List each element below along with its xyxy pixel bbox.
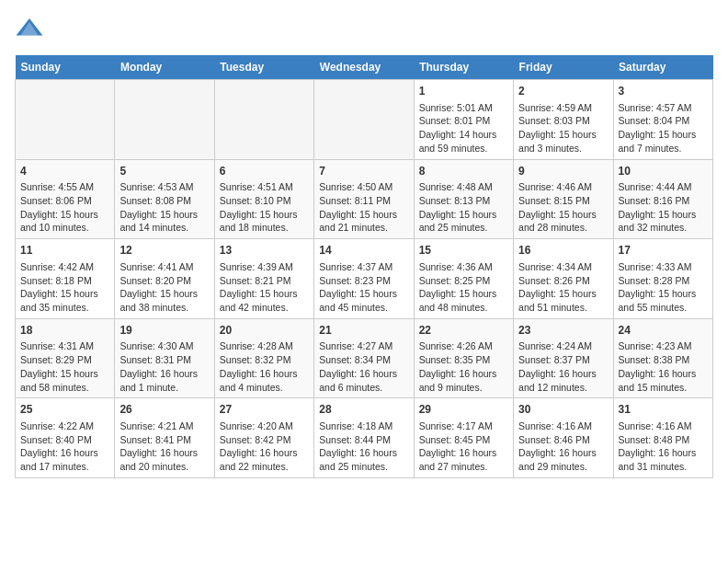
day-number: 1 bbox=[419, 84, 508, 99]
day-number: 23 bbox=[518, 323, 608, 339]
calendar-cell: 11Sunrise: 4:42 AM Sunset: 8:18 PM Dayli… bbox=[16, 239, 115, 319]
day-info: Sunrise: 4:18 AM Sunset: 8:44 PM Dayligh… bbox=[319, 419, 408, 474]
day-info: Sunrise: 4:46 AM Sunset: 8:15 PM Dayligh… bbox=[518, 180, 608, 235]
logo-icon bbox=[15, 15, 44, 44]
day-info: Sunrise: 4:21 AM Sunset: 8:41 PM Dayligh… bbox=[119, 419, 209, 474]
day-info: Sunrise: 4:36 AM Sunset: 8:25 PM Dayligh… bbox=[419, 260, 508, 315]
calendar-cell: 14Sunrise: 4:37 AM Sunset: 8:23 PM Dayli… bbox=[314, 239, 414, 319]
calendar-cell: 24Sunrise: 4:23 AM Sunset: 8:38 PM Dayli… bbox=[613, 318, 712, 398]
calendar-header-row: SundayMondayTuesdayWednesdayThursdayFrid… bbox=[16, 55, 713, 80]
day-info: Sunrise: 4:50 AM Sunset: 8:11 PM Dayligh… bbox=[319, 180, 408, 235]
day-number: 12 bbox=[119, 243, 209, 259]
day-number: 24 bbox=[619, 323, 708, 339]
day-number: 10 bbox=[619, 164, 708, 179]
calendar-cell: 7Sunrise: 4:50 AM Sunset: 8:11 PM Daylig… bbox=[314, 159, 414, 239]
day-info: Sunrise: 4:39 AM Sunset: 8:21 PM Dayligh… bbox=[220, 260, 309, 315]
calendar-cell: 16Sunrise: 4:34 AM Sunset: 8:26 PM Dayli… bbox=[514, 239, 613, 319]
logo bbox=[15, 15, 48, 44]
day-number: 18 bbox=[20, 323, 109, 339]
day-info: Sunrise: 4:30 AM Sunset: 8:31 PM Dayligh… bbox=[119, 339, 209, 394]
day-of-week-header: Friday bbox=[514, 55, 613, 80]
calendar-cell: 28Sunrise: 4:18 AM Sunset: 8:44 PM Dayli… bbox=[314, 398, 414, 478]
calendar-cell bbox=[16, 80, 115, 160]
calendar-week-row: 11Sunrise: 4:42 AM Sunset: 8:18 PM Dayli… bbox=[16, 239, 713, 319]
day-of-week-header: Monday bbox=[115, 55, 214, 80]
day-info: Sunrise: 4:31 AM Sunset: 8:29 PM Dayligh… bbox=[20, 339, 109, 394]
calendar-table: SundayMondayTuesdayWednesdayThursdayFrid… bbox=[15, 55, 713, 478]
day-number: 2 bbox=[518, 84, 608, 99]
calendar-cell: 18Sunrise: 4:31 AM Sunset: 8:29 PM Dayli… bbox=[16, 318, 115, 398]
calendar-cell: 15Sunrise: 4:36 AM Sunset: 8:25 PM Dayli… bbox=[414, 239, 513, 319]
calendar-week-row: 25Sunrise: 4:22 AM Sunset: 8:40 PM Dayli… bbox=[16, 398, 713, 478]
day-number: 13 bbox=[220, 243, 309, 259]
calendar-cell: 25Sunrise: 4:22 AM Sunset: 8:40 PM Dayli… bbox=[16, 398, 115, 478]
calendar-cell: 2Sunrise: 4:59 AM Sunset: 8:03 PM Daylig… bbox=[514, 80, 613, 160]
day-number: 20 bbox=[220, 323, 309, 339]
day-number: 4 bbox=[20, 164, 109, 179]
calendar-cell: 1Sunrise: 5:01 AM Sunset: 8:01 PM Daylig… bbox=[414, 80, 513, 160]
day-info: Sunrise: 4:51 AM Sunset: 8:10 PM Dayligh… bbox=[220, 180, 309, 235]
day-info: Sunrise: 4:17 AM Sunset: 8:45 PM Dayligh… bbox=[419, 419, 508, 474]
calendar-cell: 23Sunrise: 4:24 AM Sunset: 8:37 PM Dayli… bbox=[514, 318, 613, 398]
page-header bbox=[15, 15, 713, 44]
day-number: 14 bbox=[319, 243, 408, 259]
day-number: 31 bbox=[619, 402, 708, 418]
day-number: 30 bbox=[518, 402, 608, 418]
day-info: Sunrise: 5:01 AM Sunset: 8:01 PM Dayligh… bbox=[419, 101, 508, 155]
calendar-cell: 20Sunrise: 4:28 AM Sunset: 8:32 PM Dayli… bbox=[214, 318, 313, 398]
day-number: 15 bbox=[419, 243, 508, 259]
day-number: 26 bbox=[119, 402, 209, 418]
calendar-week-row: 18Sunrise: 4:31 AM Sunset: 8:29 PM Dayli… bbox=[16, 318, 713, 398]
calendar-cell: 22Sunrise: 4:26 AM Sunset: 8:35 PM Dayli… bbox=[414, 318, 513, 398]
day-number: 17 bbox=[619, 243, 708, 259]
day-info: Sunrise: 4:53 AM Sunset: 8:08 PM Dayligh… bbox=[119, 180, 209, 235]
day-number: 25 bbox=[20, 402, 109, 418]
day-number: 5 bbox=[119, 164, 209, 179]
day-number: 19 bbox=[119, 323, 209, 339]
day-of-week-header: Sunday bbox=[16, 55, 115, 80]
day-of-week-header: Thursday bbox=[414, 55, 513, 80]
day-of-week-header: Tuesday bbox=[214, 55, 313, 80]
day-info: Sunrise: 4:33 AM Sunset: 8:28 PM Dayligh… bbox=[619, 260, 708, 315]
day-info: Sunrise: 4:34 AM Sunset: 8:26 PM Dayligh… bbox=[518, 260, 608, 315]
day-info: Sunrise: 4:16 AM Sunset: 8:48 PM Dayligh… bbox=[619, 419, 708, 474]
day-info: Sunrise: 4:44 AM Sunset: 8:16 PM Dayligh… bbox=[619, 180, 708, 235]
day-number: 6 bbox=[220, 164, 309, 179]
day-number: 3 bbox=[619, 84, 708, 99]
day-info: Sunrise: 4:23 AM Sunset: 8:38 PM Dayligh… bbox=[619, 339, 708, 394]
calendar-cell: 30Sunrise: 4:16 AM Sunset: 8:46 PM Dayli… bbox=[514, 398, 613, 478]
day-info: Sunrise: 4:26 AM Sunset: 8:35 PM Dayligh… bbox=[419, 339, 508, 394]
calendar-body: 1Sunrise: 5:01 AM Sunset: 8:01 PM Daylig… bbox=[16, 80, 713, 478]
calendar-cell bbox=[115, 80, 214, 160]
calendar-cell: 19Sunrise: 4:30 AM Sunset: 8:31 PM Dayli… bbox=[115, 318, 214, 398]
calendar-cell: 17Sunrise: 4:33 AM Sunset: 8:28 PM Dayli… bbox=[613, 239, 712, 319]
calendar-cell: 31Sunrise: 4:16 AM Sunset: 8:48 PM Dayli… bbox=[613, 398, 712, 478]
day-number: 21 bbox=[319, 323, 408, 339]
day-number: 16 bbox=[518, 243, 608, 259]
day-info: Sunrise: 4:16 AM Sunset: 8:46 PM Dayligh… bbox=[518, 419, 608, 474]
day-of-week-header: Saturday bbox=[613, 55, 712, 80]
day-number: 8 bbox=[419, 164, 508, 179]
calendar-cell: 5Sunrise: 4:53 AM Sunset: 8:08 PM Daylig… bbox=[115, 159, 214, 239]
day-number: 9 bbox=[518, 164, 608, 179]
calendar-cell: 6Sunrise: 4:51 AM Sunset: 8:10 PM Daylig… bbox=[214, 159, 313, 239]
calendar-week-row: 1Sunrise: 5:01 AM Sunset: 8:01 PM Daylig… bbox=[16, 80, 713, 160]
calendar-cell: 29Sunrise: 4:17 AM Sunset: 8:45 PM Dayli… bbox=[414, 398, 513, 478]
day-info: Sunrise: 4:27 AM Sunset: 8:34 PM Dayligh… bbox=[319, 339, 408, 394]
day-info: Sunrise: 4:57 AM Sunset: 8:04 PM Dayligh… bbox=[619, 101, 708, 155]
calendar-cell bbox=[214, 80, 313, 160]
day-info: Sunrise: 4:55 AM Sunset: 8:06 PM Dayligh… bbox=[20, 180, 109, 235]
calendar-cell: 4Sunrise: 4:55 AM Sunset: 8:06 PM Daylig… bbox=[16, 159, 115, 239]
day-number: 22 bbox=[419, 323, 508, 339]
calendar-cell: 12Sunrise: 4:41 AM Sunset: 8:20 PM Dayli… bbox=[115, 239, 214, 319]
day-info: Sunrise: 4:41 AM Sunset: 8:20 PM Dayligh… bbox=[119, 260, 209, 315]
day-number: 28 bbox=[319, 402, 408, 418]
day-info: Sunrise: 4:42 AM Sunset: 8:18 PM Dayligh… bbox=[20, 260, 109, 315]
day-info: Sunrise: 4:24 AM Sunset: 8:37 PM Dayligh… bbox=[518, 339, 608, 394]
day-number: 27 bbox=[220, 402, 309, 418]
calendar-cell: 26Sunrise: 4:21 AM Sunset: 8:41 PM Dayli… bbox=[115, 398, 214, 478]
day-number: 7 bbox=[319, 164, 408, 179]
day-info: Sunrise: 4:22 AM Sunset: 8:40 PM Dayligh… bbox=[20, 419, 109, 474]
day-info: Sunrise: 4:20 AM Sunset: 8:42 PM Dayligh… bbox=[220, 419, 309, 474]
calendar-cell: 3Sunrise: 4:57 AM Sunset: 8:04 PM Daylig… bbox=[613, 80, 712, 160]
